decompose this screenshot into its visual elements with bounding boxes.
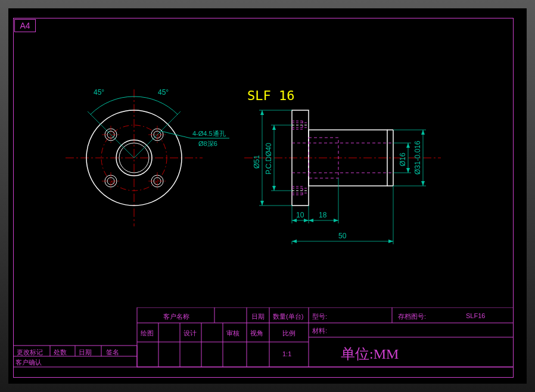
- dim-len18: 18: [319, 211, 327, 219]
- tb-model: 型号:: [312, 312, 327, 321]
- svg-marker-55: [272, 125, 276, 130]
- svg-line-23: [134, 111, 181, 158]
- svg-marker-66: [421, 181, 425, 186]
- title-block: 更改标记 处数 日期 签名 客户确认 客户名称 日期 数量(单台) 型号: 存档…: [13, 307, 514, 378]
- tb-date-label: 日期: [251, 312, 265, 321]
- svg-marker-77: [334, 219, 338, 222]
- tb-date: 日期: [79, 348, 92, 357]
- tb-draw: 绘图: [141, 329, 154, 338]
- tb-change: 更改标记: [17, 348, 43, 357]
- tb-confirm: 客户确认: [15, 358, 42, 367]
- tb-scale-val: 1:1: [282, 350, 291, 357]
- tb-scale-label: 比例: [282, 329, 296, 338]
- tb-archive-val: SLF16: [466, 312, 485, 319]
- svg-marker-51: [260, 201, 264, 206]
- angle-left: 45°: [94, 88, 104, 97]
- svg-marker-79: [292, 239, 297, 243]
- dim-dia31: Ø31-0.016: [413, 141, 422, 175]
- tb-angle: 视角: [250, 329, 263, 338]
- tb-material: 材料:: [312, 326, 327, 335]
- dim-len50: 50: [338, 232, 347, 240]
- dim-dia16: Ø16: [399, 153, 407, 166]
- svg-marker-60: [406, 143, 410, 148]
- svg-marker-80: [388, 239, 393, 243]
- svg-marker-65: [421, 130, 425, 135]
- svg-marker-50: [260, 110, 264, 115]
- hole-note-1: 4-Ø4.5通孔: [192, 130, 226, 137]
- tb-design: 设计: [183, 329, 197, 338]
- tb-archive: 存档图号:: [398, 312, 426, 321]
- tb-review: 审核: [226, 329, 239, 338]
- svg-line-22: [88, 111, 134, 158]
- svg-marker-76: [309, 219, 313, 222]
- dim-pcd: P.C.DØ40: [265, 143, 273, 175]
- hole-note-2: Ø8深6: [198, 140, 217, 147]
- angle-right: 45°: [158, 88, 169, 97]
- dim-len10: 10: [296, 211, 304, 219]
- dim-dia51: Ø51: [253, 155, 261, 169]
- tb-place: 处数: [54, 348, 67, 357]
- tb-unit: 单位:MM: [341, 344, 399, 363]
- svg-marker-56: [272, 186, 276, 191]
- svg-marker-61: [406, 168, 410, 173]
- svg-marker-74: [304, 219, 309, 222]
- tb-qty: 数量(单台): [273, 312, 303, 321]
- tb-sign: 签名: [106, 348, 119, 357]
- tb-customer: 客户名称: [163, 312, 189, 321]
